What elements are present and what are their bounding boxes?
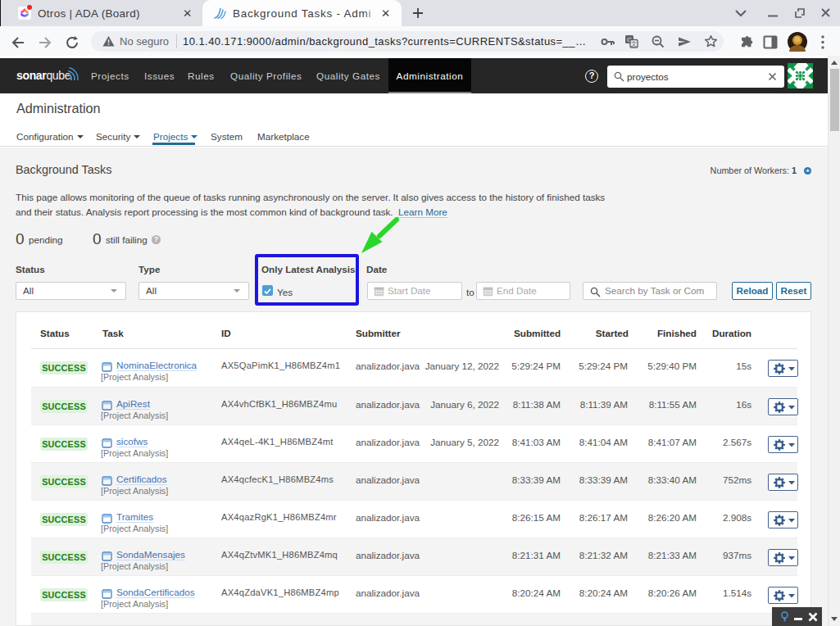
svg-text:文: 文 (631, 40, 638, 48)
